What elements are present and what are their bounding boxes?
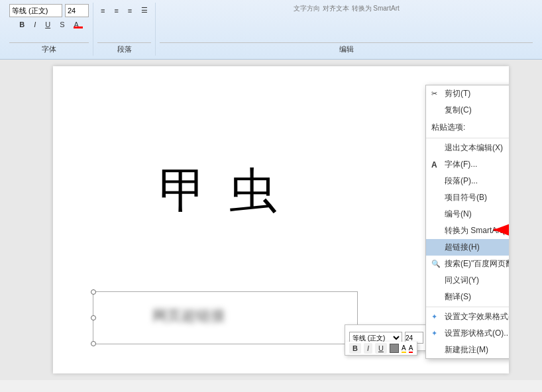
main-text: 甲 虫 <box>159 159 282 222</box>
handle-bot-left[interactable] <box>91 341 96 346</box>
search-label: 搜索(E)"百度网页翻译... <box>445 258 509 270</box>
mini-underline-btn[interactable]: U <box>375 343 387 354</box>
handle-top-left[interactable] <box>91 289 96 295</box>
cm-translate[interactable]: 翻译(S) <box>426 289 509 305</box>
strikethrough-button[interactable]: S <box>56 19 68 30</box>
cm-shape-format[interactable]: ✦ 设置形状格式(O)... <box>426 325 509 342</box>
font-name-input[interactable] <box>9 4 62 17</box>
cm-new-comment[interactable]: 新建批注(M) <box>426 342 509 358</box>
cut-icon: ✂ <box>431 89 437 98</box>
cm-search[interactable]: 🔍 搜索(E)"百度网页翻译... <box>426 256 509 272</box>
bullet-list-button[interactable]: ☰ <box>138 4 151 17</box>
cm-bullets[interactable]: 项目符号(B) ▶ <box>426 189 509 206</box>
font-label: 字体(F)... <box>445 159 477 170</box>
mini-toolbar-row2: B I U A A <box>345 342 417 356</box>
para-row: ≡ ≡ ≡ ☰ <box>97 4 151 17</box>
bold-button[interactable]: B <box>16 19 28 30</box>
text-dir-label: 文字方向 <box>294 4 320 13</box>
cm-copy[interactable]: 复制(C) <box>426 102 509 119</box>
font-section-label: 字体 <box>9 42 89 54</box>
mini-italic-btn[interactable]: I <box>364 343 372 354</box>
copy-label: 复制(C) <box>445 105 472 116</box>
bullets-label: 项目符号(B) <box>445 192 487 203</box>
shape-format-label: 设置形状格式(O)... <box>445 328 509 339</box>
left-margin <box>0 60 53 380</box>
cm-sep-1 <box>426 138 509 138</box>
insert-section: 文字方向 对齐文本 转换为 SmartArt 编辑 <box>156 3 537 56</box>
align-left-button[interactable]: ≡ <box>97 5 108 17</box>
synonym-label: 同义词(Y) <box>445 275 479 286</box>
shape-format-icon: ✦ <box>431 329 437 338</box>
cm-synonym[interactable]: 同义词(Y) ▶ <box>426 272 509 289</box>
document-area: 甲 虫 网页超链接 ✂ 剪切(T) 复制(C) 粘贴选项: 📋 <box>0 60 542 380</box>
text-effect-label: 设置文字效果格式(S)... <box>445 311 509 322</box>
font-format-row: B I U S A <box>16 19 82 30</box>
para-section-label: 段落 <box>97 42 151 54</box>
font-section: B I U S A 字体 <box>5 3 93 56</box>
paragraph-label: 段落(P)... <box>445 175 478 187</box>
align-center-button[interactable]: ≡ <box>111 5 121 17</box>
text-effect-icon: ✦ <box>431 313 437 321</box>
font-icon: A <box>431 160 437 170</box>
smartart-label: 转换为 SmartArt <box>352 4 400 13</box>
toolbar: B I U S A 字体 ≡ ≡ ≡ ☰ 段落 文字方向 对齐文本 转换为 S <box>0 0 542 60</box>
cm-paste-options: 粘贴选项: 📋 <box>426 119 509 136</box>
exit-edit-label: 退出文本编辑(X) <box>445 142 503 154</box>
align-right-button[interactable]: ≡ <box>125 5 135 17</box>
paste-options-label: 粘贴选项: <box>431 122 465 133</box>
cut-label: 剪切(T) <box>445 88 470 99</box>
mini-highlight-label: A <box>402 344 406 353</box>
italic-button[interactable]: I <box>30 19 39 30</box>
numbering-label: 编号(N) <box>445 209 472 220</box>
cm-text-effect[interactable]: ✦ 设置文字效果格式(S)... <box>426 309 509 325</box>
cm-exit-edit[interactable]: 退出文本编辑(X) <box>426 140 509 156</box>
page-content[interactable]: 甲 虫 网页超链接 ✂ 剪切(T) 复制(C) 粘贴选项: 📋 <box>53 66 509 373</box>
font-color-label: A <box>74 21 78 28</box>
align-label: 对齐文本 <box>323 4 349 13</box>
blurred-text: 网页超链接 <box>152 306 225 326</box>
underline-button[interactable]: U <box>42 19 54 30</box>
search-icon: 🔍 <box>431 260 441 268</box>
mini-color-box <box>390 344 399 353</box>
font-name-row <box>9 4 89 17</box>
cm-cut[interactable]: ✂ 剪切(T) <box>426 85 509 102</box>
handle-mid-left[interactable] <box>91 315 96 320</box>
textbox-selected[interactable] <box>93 291 358 344</box>
red-arrow <box>490 220 509 242</box>
hyperlink-label: 超链接(H) <box>445 242 480 253</box>
mini-bold-btn[interactable]: B <box>349 343 361 354</box>
edit-section-label: 编辑 <box>160 42 533 54</box>
mini-font-color-label: A <box>409 344 413 353</box>
new-comment-label: 新建批注(M) <box>445 344 488 356</box>
cm-paragraph[interactable]: 段落(P)... <box>426 173 509 189</box>
cm-sep-2 <box>426 307 509 307</box>
cm-font[interactable]: A 字体(F)... <box>426 156 509 173</box>
font-size-input[interactable] <box>65 4 89 17</box>
insert-row: 文字方向 对齐文本 转换为 SmartArt <box>294 4 400 13</box>
font-color-strip <box>74 26 83 28</box>
right-margin <box>509 60 542 380</box>
translate-label: 翻译(S) <box>445 291 471 303</box>
para-section: ≡ ≡ ≡ ☰ 段落 <box>93 3 156 56</box>
font-color-button[interactable]: A <box>70 19 81 30</box>
